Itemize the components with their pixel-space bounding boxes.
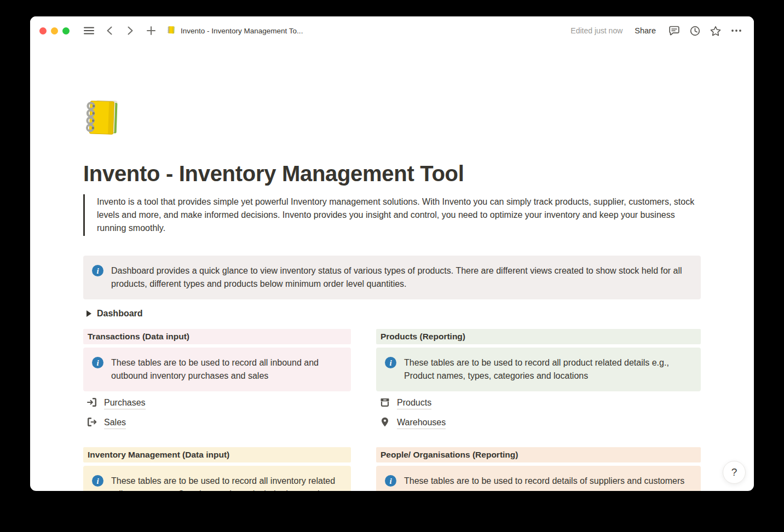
link-products[interactable]: Products: [376, 396, 431, 411]
dashboard-toggle-label: Dashboard: [97, 309, 143, 319]
minimize-window-button[interactable]: [51, 27, 58, 34]
notebook-emoji-icon: [167, 25, 176, 37]
traffic-lights: [39, 27, 70, 34]
titlebar: Invento - Inventory Management To... Edi…: [30, 16, 754, 45]
link-warehouses-label: Warehouses: [397, 417, 446, 429]
notion-app-window: Invento - Inventory Management To... Edi…: [30, 16, 754, 491]
link-warehouses[interactable]: Warehouses: [376, 415, 446, 431]
page-content: Invento - Inventory Management Tool Inve…: [30, 96, 754, 491]
section-products-callout-text: These tables are to be used to record al…: [404, 356, 692, 383]
sections-grid: Transactions (Data input) i These tables…: [83, 329, 701, 491]
section-inventory-management: Inventory Management (Data input) i Thes…: [83, 447, 351, 491]
edited-status: Edited just now: [570, 26, 622, 35]
section-inventory-management-header: Inventory Management (Data input): [83, 447, 351, 462]
section-products-links: Products Warehouses: [376, 396, 701, 431]
sidebar-menu-icon[interactable]: [80, 22, 97, 39]
section-products: Products (Reporting) i These tables are …: [376, 329, 701, 431]
link-products-label: Products: [397, 397, 431, 409]
section-people-organisations: People/ Organisations (Reporting) i Thes…: [376, 447, 701, 491]
info-icon: i: [92, 265, 103, 276]
section-people-organisations-callout-text: These tables are to be used to record de…: [404, 475, 684, 488]
dashboard-callout-text: Dashboard provides a quick glance to vie…: [111, 264, 692, 291]
section-transactions: Transactions (Data input) i These tables…: [83, 329, 351, 431]
link-purchases-label: Purchases: [104, 397, 146, 409]
current-page-tab[interactable]: Invento - Inventory Management To...: [167, 25, 303, 37]
back-icon[interactable]: [101, 22, 118, 39]
dashboard-callout: i Dashboard provides a quick glance to v…: [83, 256, 701, 299]
dashboard-toggle[interactable]: Dashboard: [83, 306, 145, 321]
comments-icon[interactable]: [666, 22, 682, 39]
favorite-star-icon[interactable]: [707, 22, 724, 39]
new-tab-plus-icon[interactable]: [143, 22, 159, 39]
close-window-button[interactable]: [39, 27, 47, 34]
intro-quote: Invento is a tool that provides simple y…: [83, 194, 701, 236]
info-icon: i: [385, 357, 396, 368]
section-products-callout: i These tables are to be used to record …: [376, 348, 701, 391]
zoom-window-button[interactable]: [62, 27, 70, 34]
info-icon: i: [385, 475, 396, 487]
section-people-organisations-header: People/ Organisations (Reporting): [376, 447, 701, 462]
info-icon: i: [92, 475, 103, 487]
link-sales-label: Sales: [104, 417, 126, 429]
section-people-organisations-callout: i These tables are to be used to record …: [376, 466, 701, 491]
more-options-icon[interactable]: [728, 22, 745, 39]
info-icon: i: [92, 357, 103, 368]
section-inventory-management-callout: i These tables are to be used to record …: [83, 466, 351, 491]
history-clock-icon[interactable]: [687, 22, 703, 39]
link-purchases[interactable]: Purchases: [83, 396, 146, 411]
section-inventory-management-callout-text: These tables are to be used to record al…: [111, 475, 342, 491]
titlebar-page-title: Invento - Inventory Management To...: [181, 27, 303, 35]
section-transactions-callout: i These tables are to be used to record …: [83, 348, 351, 391]
help-button[interactable]: ?: [723, 461, 746, 484]
section-transactions-links: Purchases Sales: [83, 396, 351, 431]
forward-icon[interactable]: [122, 22, 139, 39]
share-button[interactable]: Share: [635, 26, 656, 35]
export-icon: [87, 417, 97, 430]
import-icon: [87, 397, 97, 410]
toggle-triangle-icon: [87, 310, 91, 317]
page-notebook-emoji-icon[interactable]: [83, 96, 126, 138]
section-transactions-callout-text: These tables are to be used to record al…: [111, 356, 342, 383]
page-title: Invento - Inventory Management Tool: [83, 160, 701, 187]
section-transactions-header: Transactions (Data input): [83, 329, 351, 344]
section-products-header: Products (Reporting): [376, 329, 701, 344]
archive-box-icon: [379, 397, 390, 410]
location-pin-icon: [379, 417, 390, 430]
link-sales[interactable]: Sales: [83, 415, 126, 431]
